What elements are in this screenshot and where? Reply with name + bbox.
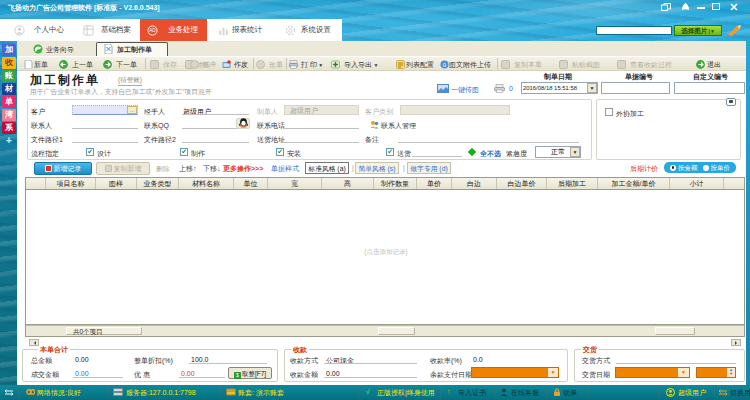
svg-text:AD: AD (149, 28, 156, 33)
